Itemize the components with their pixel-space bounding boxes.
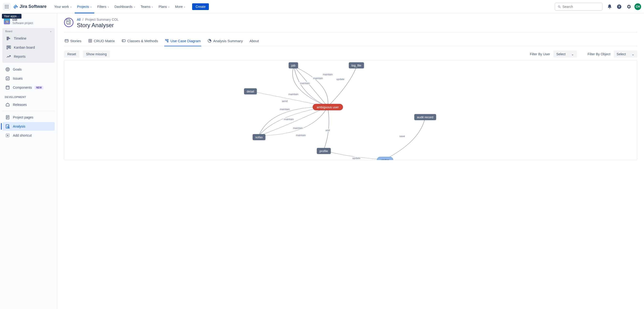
tab-about[interactable]: About — [249, 37, 259, 46]
svg-point-3 — [5, 6, 6, 7]
svg-point-2 — [8, 5, 8, 5]
edge-label: send — [282, 100, 288, 102]
reset-button[interactable]: Reset — [64, 50, 80, 58]
edge-label: save — [399, 135, 405, 138]
edge-label: update — [352, 157, 361, 160]
svg-point-1 — [6, 5, 7, 5]
nav-projects[interactable]: Projects⌄ — [75, 3, 94, 10]
edge-label: maintain — [299, 82, 310, 85]
edge-label: maintain — [292, 127, 304, 129]
svg-point-6 — [5, 8, 6, 8]
svg-rect-15 — [7, 39, 8, 40]
svg-rect-21 — [6, 77, 9, 80]
diagram-node-visitor[interactable]: visitor — [377, 157, 393, 160]
svg-text:?: ? — [618, 5, 620, 8]
notifications-icon[interactable] — [606, 3, 614, 10]
diagram-canvas[interactable]: maintainmaintainmaintainmaintainupdatese… — [64, 60, 637, 160]
svg-point-7 — [6, 8, 7, 8]
filter-object-select[interactable]: Select⌄ — [614, 50, 637, 58]
diagram-node-profile[interactable]: profile — [317, 148, 330, 154]
tabs: StoriesCRUD MatrixClasses & MethodsUse C… — [64, 37, 637, 46]
svg-point-5 — [8, 6, 8, 7]
diagram-node-audit[interactable]: audit record — [414, 114, 436, 120]
logo-text: Jira Software — [20, 4, 46, 9]
sidebar: 🤖 col Software project Board⌄ TimelineKa… — [0, 13, 57, 309]
tooltip: Your apps… — [2, 14, 22, 18]
sidebar-item-issues[interactable]: Issues — [2, 74, 55, 83]
svg-rect-22 — [6, 86, 9, 89]
diagram-node-ambiguous[interactable]: ambiguous user — [313, 104, 343, 110]
svg-point-8 — [8, 8, 8, 8]
edge-label: maintain — [283, 118, 294, 121]
tab-stories[interactable]: Stories — [64, 37, 82, 46]
sidebar-item-goals[interactable]: Goals — [2, 65, 55, 74]
diagram-node-detail[interactable]: detail — [244, 88, 256, 94]
sidebar-item-releases[interactable]: Releases — [2, 100, 55, 109]
app-switcher-icon[interactable] — [3, 3, 10, 10]
edge-label: maintain — [279, 108, 290, 111]
svg-rect-45 — [122, 40, 125, 42]
search-input[interactable] — [562, 5, 600, 8]
board-label: Board — [5, 30, 12, 33]
nav-links: Your work⌄Projects⌄Filters⌄Dashboards⌄Te… — [52, 0, 188, 13]
svg-rect-17 — [8, 46, 9, 48]
show-missing-button[interactable]: Show missing — [83, 50, 110, 58]
sidebar-item-kanban-board[interactable]: Kanban board — [3, 43, 54, 52]
search-box[interactable] — [555, 2, 602, 11]
sidebar-item-timeline[interactable]: Timeline — [3, 34, 54, 43]
jira-logo[interactable]: Jira Software — [13, 4, 46, 9]
settings-icon[interactable] — [625, 3, 632, 10]
chevron-down-icon: ⌄ — [632, 52, 634, 56]
main-content: All / Project Summary COL Story Analyser… — [57, 13, 644, 309]
svg-rect-16 — [7, 46, 8, 49]
sidebar-item-project-pages[interactable]: Project pages — [2, 113, 55, 122]
filter-object-label: Filter By Object — [588, 52, 610, 56]
nav-filters[interactable]: Filters⌄ — [95, 3, 112, 10]
svg-point-9 — [558, 5, 560, 7]
diagram-node-log_file[interactable]: log_file — [349, 62, 364, 68]
app-icon — [64, 18, 74, 27]
sidebar-item-components[interactable]: ComponentsNEW — [2, 83, 55, 92]
breadcrumb-project: Project Summary COL — [85, 18, 119, 21]
svg-line-30 — [9, 128, 10, 128]
sidebar-item-reports[interactable]: Reports — [3, 52, 54, 61]
nav-teams[interactable]: Teams⌄ — [138, 3, 156, 10]
diagram-node-sofas[interactable]: sofas — [252, 134, 265, 140]
sidebar-item-analysis[interactable]: Analysis — [2, 122, 55, 131]
breadcrumb-all[interactable]: All — [77, 18, 81, 21]
sidebar-item-add-shortcut[interactable]: Add shortcut — [2, 131, 55, 140]
tab-use-case-diagram[interactable]: Use Case Diagram — [164, 37, 201, 46]
nav-your-work[interactable]: Your work⌄ — [52, 3, 74, 10]
edge-label: maintain — [288, 93, 299, 96]
tab-classes-methods[interactable]: Classes & Methods — [121, 37, 158, 46]
svg-rect-40 — [65, 39, 68, 42]
user-avatar[interactable]: CH — [634, 3, 641, 10]
create-button[interactable]: Create — [192, 3, 209, 10]
project-icon: 🤖 — [4, 18, 10, 24]
nav-dashboards[interactable]: Dashboards⌄ — [112, 3, 138, 10]
svg-rect-13 — [7, 37, 9, 38]
edge-label: maintain — [295, 134, 306, 137]
chevron-down-icon[interactable]: ⌄ — [50, 29, 52, 33]
tab-crud-matrix[interactable]: CRUD Matrix — [88, 37, 115, 46]
filter-user-select[interactable]: Select⌄ — [553, 50, 577, 58]
svg-rect-18 — [10, 46, 10, 48]
filter-user-label: Filter By User — [530, 52, 550, 56]
nav-more[interactable]: More⌄ — [172, 3, 188, 10]
svg-point-50 — [167, 39, 168, 40]
project-type: Software project — [12, 21, 33, 25]
tab-analysis-summary[interactable]: Analysis Summary — [207, 37, 243, 46]
breadcrumb: All / Project Summary COL — [77, 18, 119, 21]
development-heading: DEVELOPMENT — [2, 92, 56, 100]
edge-label: maintain — [312, 77, 324, 80]
nav-plans[interactable]: Plans⌄ — [156, 3, 172, 10]
help-icon[interactable]: ? — [615, 3, 623, 10]
svg-point-19 — [6, 68, 10, 71]
edge-label: update — [336, 78, 345, 81]
svg-line-10 — [560, 7, 561, 8]
diagram-node-job[interactable]: job — [288, 62, 298, 68]
page-title: Story Analyser — [77, 22, 119, 29]
edge-label: maintain — [322, 73, 333, 76]
search-icon — [558, 5, 561, 8]
svg-rect-14 — [7, 38, 10, 39]
